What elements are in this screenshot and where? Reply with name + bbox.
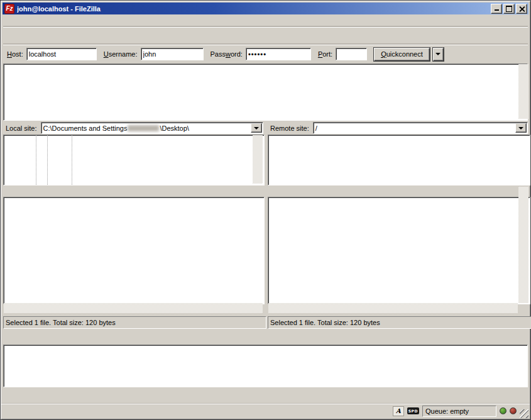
speed-limits-icon[interactable]: SPD [407,407,419,414]
local-site-label: Local site: [4,124,38,132]
quickconnect-dropdown-button[interactable] [433,48,444,61]
port-input[interactable] [336,48,367,60]
transfer-type-ascii-icon[interactable]: A [393,406,404,416]
remote-list-scrollbar[interactable] [518,187,528,303]
window-controls [491,4,527,14]
local-status-bar: Selected 1 file. Total size: 120 bytes [3,316,266,329]
tree-guide [36,135,36,185]
minimize-icon [495,5,499,11]
maximize-icon [506,6,512,12]
remote-file-list-header [268,186,518,197]
remote-path: / [315,124,317,132]
local-path-suffix: \Desktop\ [160,124,189,132]
local-file-list [3,197,265,304]
window-title: john@localhost - FileZilla [17,5,491,13]
close-icon [519,6,525,11]
remote-site-row: Remote site: / [269,122,528,134]
minimize-button[interactable] [491,4,502,14]
local-path-prefix: C:\Documents and Settings [43,124,128,132]
transfer-queue-body [3,345,528,387]
remote-status-bar: Selected 1 file. Total size: 120 bytes [268,316,531,329]
close-button[interactable] [516,4,527,14]
quickconnect-bar: Host: Username: Password: Port: Quickcon… [3,45,528,63]
password-input[interactable] [246,48,311,60]
host-label: Host: [7,50,23,58]
remote-selection-status: Selected 1 file. Total size: 120 bytes [270,319,380,326]
username-label: Username: [104,50,138,58]
message-log [3,64,528,121]
menu-bar [3,15,528,26]
chevron-down-icon [435,53,441,55]
local-file-list-header [3,186,263,197]
send-activity-led-icon [500,407,506,414]
local-selection-status: Selected 1 file. Total size: 120 bytes [6,319,116,326]
tree-guide [72,135,72,185]
chevron-down-icon [254,127,259,130]
password-label: Password: [211,50,243,58]
transfer-queue-header [3,334,529,345]
maximize-button[interactable] [503,4,515,14]
local-site-combo[interactable]: C:\Documents and Settings\Desktop\ [41,122,263,134]
host-input[interactable] [26,48,97,60]
remote-file-list [268,197,530,304]
redacted-username [128,125,159,131]
queue-status-text: Queue: empty [425,407,469,415]
status-bar: A SPD Queue: empty [1,403,530,418]
titlebar: Fz john@localhost - FileZilla [3,3,528,14]
filezilla-window: Fz john@localhost - FileZilla Host: User… [0,0,531,420]
log-scrollbar[interactable] [518,64,528,119]
remote-directory-tree [268,135,530,185]
port-label: Port: [318,50,332,58]
local-directory-tree [3,135,265,185]
remote-site-label: Remote site: [269,124,310,132]
filezilla-app-icon: Fz [4,4,14,14]
queue-status-box: Queue: empty [422,406,496,417]
resize-grip[interactable] [520,409,528,418]
toolbar [3,27,528,45]
queue-tab-bar [3,387,528,401]
receive-activity-led-icon [510,407,517,414]
quickconnect-button[interactable]: Quickconnect [374,48,430,61]
local-tree-scrollbar[interactable] [253,135,263,184]
remote-site-combo[interactable]: / [313,122,528,134]
local-site-combo-dropdown[interactable] [251,123,262,133]
username-input[interactable] [141,48,204,60]
tree-guide [47,135,48,185]
local-list-hscrollbar[interactable] [4,303,263,313]
local-site-row: Local site: C:\Documents and Settings\De… [4,122,263,134]
remote-list-hscrollbar[interactable] [268,303,518,313]
chevron-down-icon [518,127,523,130]
remote-site-combo-dropdown[interactable] [515,123,527,133]
